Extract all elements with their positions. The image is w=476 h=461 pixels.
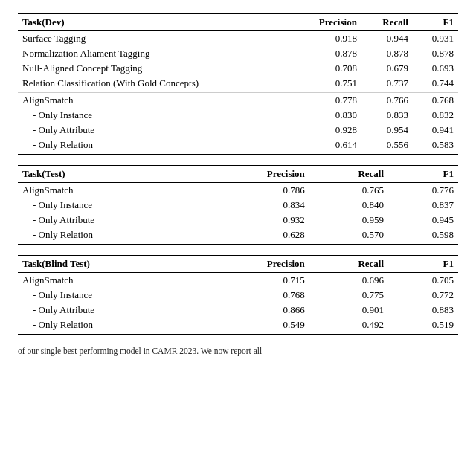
table-row-precision: 0.768 xyxy=(202,288,309,303)
table-row-f1: 0.837 xyxy=(388,198,458,213)
table-row-recall: 0.954 xyxy=(361,123,413,138)
table-row-task: - Only Relation xyxy=(18,138,292,155)
table-row-precision: 0.878 xyxy=(292,46,361,61)
table-row-recall: 0.766 xyxy=(361,93,413,109)
table-row-recall: 0.765 xyxy=(309,183,388,199)
table-row-task: Relation Classification (With Gold Conce… xyxy=(18,76,292,93)
table-row-f1: 0.519 xyxy=(388,317,458,335)
table-row-task: - Only Relation xyxy=(18,317,202,335)
table-row-recall: 0.833 xyxy=(361,108,413,123)
test-recall-header: Recall xyxy=(309,166,388,183)
table-row-f1: 0.705 xyxy=(388,273,458,288)
table-row-precision: 0.866 xyxy=(202,303,309,317)
table-row-precision: 0.628 xyxy=(202,228,309,245)
table-row-f1: 0.772 xyxy=(388,288,458,303)
test-task-header: Task(Test) xyxy=(18,166,202,183)
table-row-precision: 0.778 xyxy=(292,93,361,109)
table-row-recall: 0.944 xyxy=(361,31,413,47)
table-row-f1: 0.744 xyxy=(413,76,458,93)
table-row-recall: 0.696 xyxy=(309,273,388,288)
table-row-task: AlignSmatch xyxy=(18,183,202,199)
table-row-precision: 0.715 xyxy=(202,273,309,288)
blind-precision-header: Precision xyxy=(202,256,309,273)
table-row-precision: 0.830 xyxy=(292,108,361,123)
dev-table-block: Task(Dev) Precision Recall F1 Surface Ta… xyxy=(18,13,458,155)
table-row-precision: 0.786 xyxy=(202,183,309,199)
table-row-task: Normalization Aliament Tagging xyxy=(18,46,292,61)
table-row-task: - Only Attribute xyxy=(18,123,292,138)
table-row-task: - Only Relation xyxy=(18,228,202,245)
blind-f1-header: F1 xyxy=(388,256,458,273)
table-row-task: - Only Instance xyxy=(18,288,202,303)
table-row-precision: 0.928 xyxy=(292,123,361,138)
table-row-f1: 0.878 xyxy=(413,46,458,61)
table-row-task: AlignSmatch xyxy=(18,273,202,288)
table-row-task: - Only Instance xyxy=(18,198,202,213)
table-row-f1: 0.598 xyxy=(388,228,458,245)
dev-f1-header: F1 xyxy=(413,14,458,31)
table-row-recall: 0.840 xyxy=(309,198,388,213)
dev-task-header: Task(Dev) xyxy=(18,14,292,31)
table-row-f1: 0.832 xyxy=(413,108,458,123)
table-row-task: Surface Tagging xyxy=(18,31,292,47)
table-row-recall: 0.556 xyxy=(361,138,413,155)
dev-table: Task(Dev) Precision Recall F1 Surface Ta… xyxy=(18,13,458,155)
test-f1-header: F1 xyxy=(388,166,458,183)
table-row-f1: 0.941 xyxy=(413,123,458,138)
table-row-task: - Only Attribute xyxy=(18,213,202,228)
table-row-f1: 0.583 xyxy=(413,138,458,155)
table-row-precision: 0.549 xyxy=(202,317,309,335)
table-row-recall: 0.737 xyxy=(361,76,413,93)
table-row-recall: 0.901 xyxy=(309,303,388,317)
table-row-recall: 0.878 xyxy=(361,46,413,61)
table-row-precision: 0.918 xyxy=(292,31,361,47)
test-precision-header: Precision xyxy=(202,166,309,183)
table-row-precision: 0.708 xyxy=(292,61,361,76)
table-row-recall: 0.775 xyxy=(309,288,388,303)
test-table-block: Task(Test) Precision Recall F1 AlignSmat… xyxy=(18,165,458,245)
table-row-task: Null-Aligned Concept Tagging xyxy=(18,61,292,76)
table-row-precision: 0.614 xyxy=(292,138,361,155)
table-row-task: - Only Attribute xyxy=(18,303,202,317)
table-row-precision: 0.834 xyxy=(202,198,309,213)
blind-task-header: Task(Blind Test) xyxy=(18,256,202,273)
table-row-recall: 0.959 xyxy=(309,213,388,228)
footer-note: of our single best performing model in C… xyxy=(18,345,458,357)
table-row-f1: 0.931 xyxy=(413,31,458,47)
dev-precision-header: Precision xyxy=(292,14,361,31)
test-table: Task(Test) Precision Recall F1 AlignSmat… xyxy=(18,165,458,245)
table-row-precision: 0.751 xyxy=(292,76,361,93)
table-row-task: AlignSmatch xyxy=(18,93,292,109)
table-row-f1: 0.883 xyxy=(388,303,458,317)
blind-recall-header: Recall xyxy=(309,256,388,273)
table-row-f1: 0.768 xyxy=(413,93,458,109)
dev-recall-header: Recall xyxy=(361,14,413,31)
table-row-task: - Only Instance xyxy=(18,108,292,123)
blind-table: Task(Blind Test) Precision Recall F1 Ali… xyxy=(18,255,458,335)
table-row-recall: 0.679 xyxy=(361,61,413,76)
table-row-recall: 0.570 xyxy=(309,228,388,245)
table-row-f1: 0.945 xyxy=(388,213,458,228)
table-row-recall: 0.492 xyxy=(309,317,388,335)
blind-table-block: Task(Blind Test) Precision Recall F1 Ali… xyxy=(18,255,458,335)
table-row-f1: 0.776 xyxy=(388,183,458,199)
table-row-f1: 0.693 xyxy=(413,61,458,76)
table-row-precision: 0.932 xyxy=(202,213,309,228)
